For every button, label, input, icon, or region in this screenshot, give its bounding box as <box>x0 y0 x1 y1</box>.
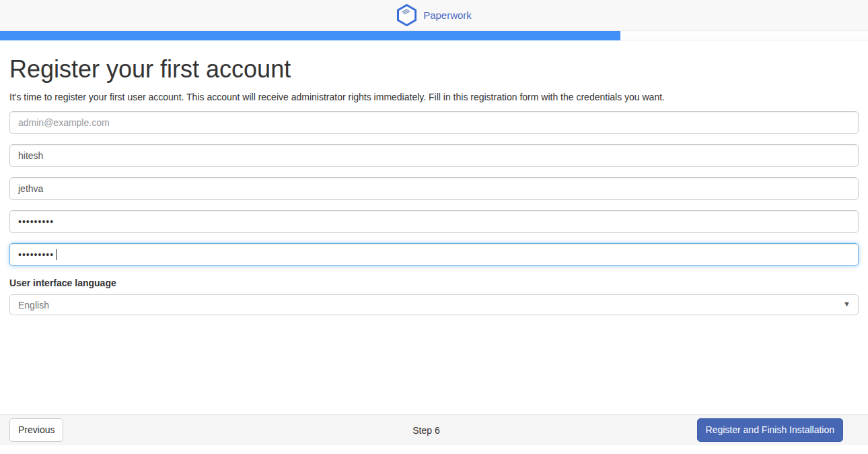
register-finish-button[interactable]: Register and Finish Installation <box>697 418 843 442</box>
setup-progress-fill <box>0 31 620 40</box>
confirm-password-wrap <box>9 243 859 266</box>
brand-link[interactable]: Paperwork <box>396 4 472 26</box>
language-label: User interface language <box>9 278 859 288</box>
footer-middle: Step 6 <box>287 425 565 436</box>
previous-button[interactable]: Previous <box>9 418 63 442</box>
confirm-password-field[interactable] <box>9 243 859 266</box>
footer-right: Register and Finish Installation <box>565 418 859 442</box>
first-name-field[interactable] <box>9 144 859 167</box>
register-form-section: Register your first account It's time to… <box>0 55 868 315</box>
page-subtitle: It's time to register your first user ac… <box>9 92 859 102</box>
language-select-wrap: English ▼ <box>9 294 859 315</box>
last-name-field[interactable] <box>9 177 859 200</box>
language-select[interactable]: English <box>9 294 859 315</box>
setup-wizard-page: Paperwork Register your first account It… <box>0 0 868 454</box>
setup-progress-bar <box>0 31 868 40</box>
email-field[interactable] <box>9 111 859 134</box>
text-cursor <box>56 249 57 260</box>
wizard-footer: Previous Step 6 Register and Finish Inst… <box>0 414 868 445</box>
footer-left: Previous <box>9 418 287 442</box>
brand-name: Paperwork <box>423 9 472 21</box>
top-navbar: Paperwork <box>0 0 868 31</box>
step-indicator: Step 6 <box>412 425 439 436</box>
password-field[interactable] <box>9 210 859 233</box>
page-title: Register your first account <box>9 55 859 84</box>
paperwork-hexagon-logo-icon <box>396 4 417 26</box>
